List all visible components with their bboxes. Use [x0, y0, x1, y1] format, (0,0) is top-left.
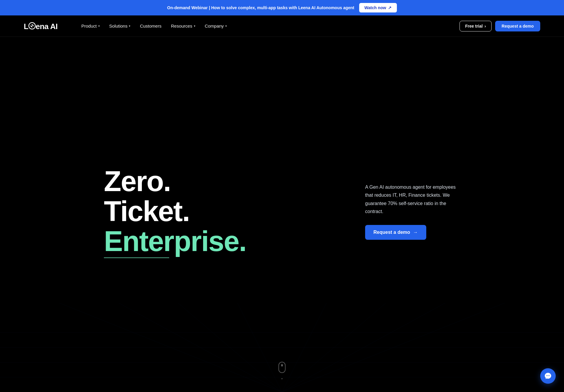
logo-svg: L ena AI	[24, 21, 65, 31]
hero-line3: Enterprise.	[104, 226, 246, 256]
svg-text:L: L	[24, 22, 28, 31]
svg-point-18	[548, 375, 549, 376]
chat-widget[interactable]	[540, 368, 556, 384]
nav-link-solutions[interactable]: Solutions ▾	[105, 21, 135, 31]
nav-right: Free trial › Request a demo	[460, 21, 540, 31]
navbar: L ena AI Product ▾ Solutions	[0, 15, 564, 37]
hero-section: Zero. Ticket. Enterprise. A Gen AI auton…	[0, 37, 564, 392]
nav-label-customers: Customers	[140, 23, 161, 28]
hero-cta-label: Request a demo	[373, 230, 410, 235]
scroll-chevron-icon: ⌄	[280, 375, 284, 380]
chat-icon	[544, 372, 552, 380]
chevron-down-icon-resources: ▾	[194, 24, 195, 28]
nav-item-resources[interactable]: Resources ▾	[167, 21, 199, 31]
external-link-icon: ↗	[388, 5, 392, 10]
nav-link-resources[interactable]: Resources ▾	[167, 21, 199, 31]
nav-links: Product ▾ Solutions ▾ Customers Resource…	[77, 21, 231, 31]
nav-item-company[interactable]: Company ▾	[201, 21, 231, 31]
hero-title: Zero. Ticket. Enterprise.	[104, 166, 246, 256]
svg-point-17	[546, 375, 547, 376]
hero-right: A Gen AI autonomous agent for employees …	[365, 183, 460, 240]
nav-link-customers[interactable]: Customers	[136, 21, 166, 31]
hero-line1: Zero.	[104, 166, 246, 196]
scroll-indicator: ⌄	[278, 362, 286, 380]
nav-label-product: Product	[81, 23, 97, 28]
nav-label-resources: Resources	[171, 23, 192, 28]
announcement-bold: On-demand Webinar	[167, 5, 208, 10]
watch-now-button[interactable]: Watch now ↗	[359, 3, 397, 12]
mouse-dot	[281, 364, 283, 366]
svg-point-19	[549, 375, 550, 376]
chevron-down-icon-company: ▾	[225, 24, 227, 28]
chevron-down-icon-product: ▾	[98, 24, 100, 28]
nav-item-product[interactable]: Product ▾	[77, 21, 104, 31]
svg-text:ena AI: ena AI	[36, 22, 58, 31]
watch-now-label: Watch now	[365, 5, 386, 10]
nav-label-company: Company	[205, 23, 224, 28]
chevron-down-icon-solutions: ▾	[129, 24, 130, 28]
free-trial-button[interactable]: Free trial ›	[460, 21, 492, 31]
mouse-icon	[278, 362, 286, 373]
nav-link-company[interactable]: Company ▾	[201, 21, 231, 31]
free-trial-label: Free trial	[465, 24, 483, 28]
hero-line2: Ticket.	[104, 196, 246, 226]
hero-cta-button[interactable]: Request a demo →	[365, 225, 426, 240]
hero-cta-arrow-icon: →	[413, 230, 418, 235]
logo[interactable]: L ena AI	[24, 21, 65, 31]
request-demo-label-nav: Request a demo	[502, 24, 534, 28]
nav-item-solutions[interactable]: Solutions ▾	[105, 21, 135, 31]
nav-left: L ena AI Product ▾ Solutions	[24, 21, 231, 31]
arrow-right-icon: ›	[484, 24, 486, 28]
nav-item-customers[interactable]: Customers	[136, 21, 166, 31]
announcement-bar: On-demand Webinar | How to solve complex…	[0, 0, 564, 15]
nav-label-solutions: Solutions	[109, 23, 128, 28]
announcement-body: How to solve complex, multi-app tasks wi…	[211, 5, 354, 10]
hero-content: Zero. Ticket. Enterprise. A Gen AI auton…	[104, 55, 460, 368]
hero-description: A Gen AI autonomous agent for employees …	[365, 183, 460, 215]
hero-left: Zero. Ticket. Enterprise.	[104, 166, 246, 256]
announcement-text: On-demand Webinar | How to solve complex…	[167, 5, 354, 10]
request-demo-button-nav[interactable]: Request a demo	[495, 21, 540, 31]
nav-link-product[interactable]: Product ▾	[77, 21, 104, 31]
